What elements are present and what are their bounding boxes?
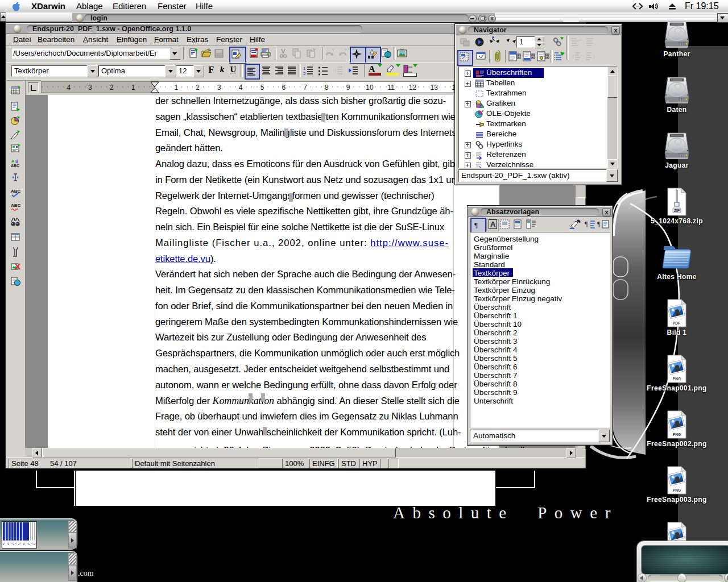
svg-text:ABC: ABC [11, 189, 20, 194]
svg-text:B: B [15, 159, 18, 163]
svg-text:A: A [11, 159, 14, 163]
svg-text:PNG: PNG [673, 433, 681, 436]
svg-text:ABC: ABC [11, 164, 19, 168]
svg-text:2: 2 [110, 84, 114, 92]
svg-text:1: 1 [174, 84, 178, 92]
svg-text:4: 4 [239, 84, 243, 92]
svg-text:2: 2 [196, 84, 200, 92]
svg-text:ZIP: ZIP [674, 209, 680, 213]
svg-text:9: 9 [346, 84, 350, 92]
svg-text:1: 1 [131, 84, 135, 92]
svg-text:6: 6 [282, 84, 286, 92]
svg-text:12: 12 [409, 84, 417, 92]
svg-text:8: 8 [325, 84, 329, 92]
svg-text:ABC: ABC [11, 203, 20, 208]
svg-text:PNG: PNG [673, 377, 681, 381]
svg-text:¶: ¶ [474, 221, 478, 229]
svg-text:7: 7 [303, 84, 307, 92]
svg-text:¶: ¶ [585, 220, 588, 228]
svg-text:13: 13 [431, 84, 439, 92]
svg-text:2: 2 [303, 71, 306, 76]
svg-text:PNG: PNG [673, 488, 681, 492]
svg-text:10: 10 [366, 84, 374, 92]
svg-text:5: 5 [260, 84, 264, 92]
svg-text:¶: ¶ [597, 220, 601, 228]
svg-text:PDF: PDF [673, 321, 680, 325]
svg-text:3: 3 [88, 84, 92, 92]
svg-text:3: 3 [217, 84, 221, 92]
svg-text:4: 4 [67, 84, 71, 92]
svg-text:11: 11 [387, 84, 395, 92]
svg-text:1: 1 [303, 66, 306, 71]
